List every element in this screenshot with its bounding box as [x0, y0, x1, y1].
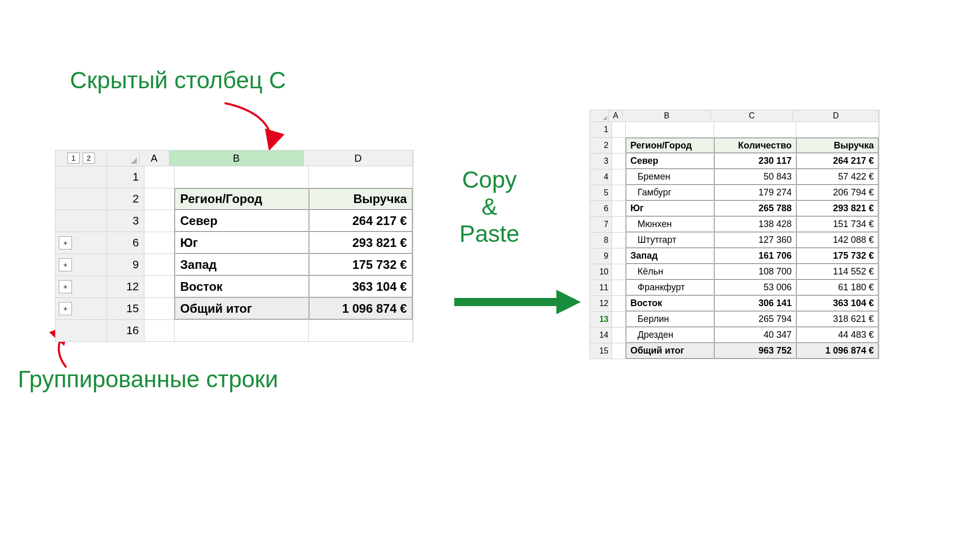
row-number[interactable]: 6: [107, 232, 144, 254]
data-cell: 44 483 €: [796, 328, 878, 343]
row-number[interactable]: 7: [590, 217, 612, 232]
cell: [612, 328, 626, 343]
grid-row: 3Север230 117264 217 €: [590, 154, 879, 169]
row-number[interactable]: 13: [590, 312, 612, 327]
row-number[interactable]: 12: [590, 296, 612, 311]
cell: [612, 280, 626, 295]
grid-row: 15Общий итог963 7521 096 874 €: [590, 343, 879, 359]
grid-row: 9Запад161 706175 732 €: [590, 248, 879, 264]
data-cell: Восток: [626, 296, 714, 311]
cell: [612, 169, 626, 185]
cell: 114 552 €: [796, 264, 879, 280]
cell: 264 217 €: [796, 154, 879, 169]
total-label: Общий итог: [175, 298, 308, 319]
column-header-row: A B C D: [590, 110, 879, 122]
data-cell: 265 788: [714, 201, 796, 216]
row-number[interactable]: 16: [107, 320, 144, 341]
row-number[interactable]: 3: [107, 210, 144, 232]
outline-expand-button[interactable]: +: [59, 258, 72, 271]
row-number[interactable]: 4: [590, 169, 612, 185]
column-header-a[interactable]: A: [139, 151, 169, 166]
annotation-copy-paste: Copy & Paste: [459, 166, 520, 247]
cell: 57 422 €: [796, 169, 879, 185]
grid-row: 13Берлин265 794318 621 €: [590, 312, 879, 328]
row-number[interactable]: 15: [590, 343, 612, 359]
select-all-triangle[interactable]: [590, 110, 609, 121]
table-header-revenue: Выручка: [309, 188, 412, 210]
data-cell: 57 422 €: [796, 169, 878, 185]
column-header-b[interactable]: B: [623, 110, 711, 121]
data-cell: 53 006: [714, 280, 796, 295]
outline-level-2-button[interactable]: 2: [83, 153, 95, 164]
svg-marker-0: [454, 290, 581, 314]
row-number[interactable]: 3: [590, 154, 612, 169]
column-header-d[interactable]: D: [304, 151, 413, 166]
outline-expand-button[interactable]: +: [59, 280, 72, 293]
data-cell: 264 217 €: [796, 154, 878, 169]
grid-row: 6Юг265 788293 821 €: [590, 201, 879, 217]
column-header-row: 1 2 A B D: [56, 151, 413, 166]
data-cell: Мюнхен: [626, 217, 714, 232]
table-header-region: Регион/Город: [175, 188, 308, 210]
row-number[interactable]: 15: [107, 298, 144, 319]
grid-row: + 9 Запад 175 732 €: [56, 254, 413, 276]
cell: 206 794 €: [796, 185, 879, 201]
cell: Дрезден: [626, 328, 714, 343]
grid-row: 2 Регион/Город Выручка: [56, 188, 413, 210]
data-cell: 306 141: [714, 296, 796, 311]
annotation-hidden-column: Скрытый столбец С: [70, 66, 286, 94]
data-cell: Гамбург: [626, 185, 714, 201]
outline-expand-button[interactable]: +: [59, 302, 72, 315]
cell: Юг: [626, 201, 714, 216]
row-number[interactable]: 10: [590, 264, 612, 280]
data-cell: 138 428: [714, 217, 796, 232]
row-number[interactable]: 1: [107, 166, 144, 188]
arrow-copy-paste: [454, 287, 582, 319]
row-number[interactable]: 12: [107, 276, 144, 297]
data-cell: 161 706: [714, 248, 796, 264]
row-number[interactable]: 5: [590, 185, 612, 201]
outline-expand-button[interactable]: +: [59, 236, 72, 249]
grid-row: + 15 Общий итог 1 096 874 €: [56, 298, 413, 320]
row-number[interactable]: 11: [590, 280, 612, 295]
data-cell: 179 274: [714, 185, 796, 201]
select-all-triangle[interactable]: [107, 151, 139, 166]
row-number[interactable]: 1: [590, 122, 612, 137]
revenue-cell: 293 821 €: [309, 232, 412, 254]
row-number[interactable]: 14: [590, 328, 612, 343]
data-cell: 127 360: [714, 233, 796, 248]
row-number[interactable]: 9: [590, 248, 612, 264]
outline-level-1-button[interactable]: 1: [67, 153, 80, 164]
row-number[interactable]: 6: [590, 201, 612, 216]
data-cell: Штутгарт: [626, 233, 714, 248]
row-number[interactable]: 9: [107, 254, 144, 276]
data-cell: Бремен: [626, 169, 714, 185]
column-header-d[interactable]: D: [793, 110, 879, 121]
cell: Франкфурт: [626, 280, 714, 295]
data-cell: 61 180 €: [796, 280, 878, 295]
cell: Количество: [714, 138, 796, 153]
data-cell: 363 104 €: [796, 296, 878, 311]
column-header-a[interactable]: A: [609, 110, 623, 121]
data-cell: 114 552 €: [796, 264, 878, 280]
cell: [612, 217, 626, 232]
cell: 363 104 €: [796, 296, 879, 311]
cell: 108 700: [714, 264, 796, 280]
column-header-c[interactable]: C: [711, 110, 793, 121]
row-number[interactable]: 8: [590, 233, 612, 248]
cell: 50 843: [714, 169, 796, 185]
data-cell: 142 088 €: [796, 233, 878, 248]
cell: 230 117: [714, 154, 796, 169]
table-header: Количество: [714, 138, 796, 153]
cell: [612, 138, 626, 153]
cell: 306 141: [714, 296, 796, 311]
row-number[interactable]: 2: [590, 138, 612, 153]
data-cell: 50 843: [714, 169, 796, 185]
data-cell: 293 821 €: [796, 201, 878, 216]
cell: Гамбург: [626, 185, 714, 201]
column-header-b[interactable]: B: [169, 151, 304, 166]
cell: Общий итог: [626, 343, 714, 359]
row-number[interactable]: 2: [107, 188, 144, 210]
cell: Берлин: [626, 312, 714, 327]
region-cell: Запад: [175, 254, 308, 276]
